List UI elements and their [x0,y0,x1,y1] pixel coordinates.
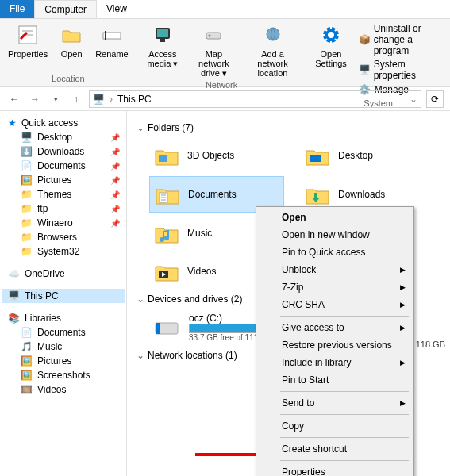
pin-icon: 📌 [110,148,120,156]
add-location-button[interactable]: Add a network location [243,21,303,80]
svg-point-7 [209,35,211,37]
folder-icon: 📁 [21,232,33,243]
sidebar-browsers-label: Browsers [37,232,77,243]
sidebar-lib-documents-label: Documents [37,327,86,338]
address-chevron-icon[interactable]: ⌄ [410,94,417,105]
folder-icon [303,141,332,170]
libraries-icon: 📚 [8,313,20,324]
map-drive-button[interactable]: Map network drive ▾ [187,21,241,80]
svg-rect-18 [156,323,160,334]
ctx-open-new-window[interactable]: Open in new window [258,226,412,244]
sidebar-themes[interactable]: 📁Themes📌 [2,187,125,202]
pc-icon: 🖥️ [93,94,105,105]
tab-view[interactable]: View [97,0,137,18]
folder-desktop[interactable]: Desktop [300,138,435,173]
ctx-include-library[interactable]: Include in library▶ [258,354,412,371]
open-button[interactable]: Open [54,21,89,74]
ctx-give-access-label: Give access to [282,322,344,333]
sidebar-ftp[interactable]: 📁ftp📌 [2,202,125,216]
documents-icon: 📄 [21,327,33,338]
ctx-7zip-label: 7-Zip [282,282,303,293]
svg-point-15 [164,236,169,240]
sidebar-pictures[interactable]: 🖼️Pictures📌 [2,173,125,187]
sidebar-this-pc[interactable]: 🖥️This PC [2,289,125,303]
submenu-arrow-icon: ▶ [400,324,406,332]
ctx-pin-start[interactable]: Pin to Start [258,371,412,389]
svg-point-8 [267,28,279,40]
ctx-properties[interactable]: Properties [258,463,412,476]
back-button[interactable]: ← [6,91,22,107]
rename-button[interactable]: Rename [90,21,133,74]
folder-icon [152,141,181,170]
folder-label: 3D Objects [187,150,234,161]
properties-button[interactable]: Properties [3,21,52,74]
folder-3dobjects[interactable]: 3D Objects [149,138,284,173]
ctx-create-shortcut[interactable]: Create shortcut [258,440,412,458]
submenu-arrow-icon: ▶ [400,301,406,309]
sidebar-lib-documents[interactable]: 📄Documents [2,325,125,340]
ctx-copy[interactable]: Copy [258,417,412,435]
rename-icon [99,22,125,48]
open-folder-icon [59,22,84,48]
sidebar-lib-pictures[interactable]: 🖼️Pictures [2,354,125,368]
ctx-open[interactable]: Open [258,209,412,226]
uninstall-label: Uninstall or change a program [374,23,442,56]
up-button[interactable]: ↑ [68,91,84,107]
tab-computer[interactable]: Computer [34,0,97,18]
chevron-down-icon: ⌄ [137,294,144,305]
tab-file[interactable]: File [0,0,34,18]
ctx-unblock[interactable]: Unblock▶ [258,261,412,278]
drive-icon [152,313,181,342]
ctx-pin-quick-access[interactable]: Pin to Quick access [258,244,412,261]
ctx-crc-label: CRC SHA [282,299,325,310]
media-icon [150,22,175,48]
sidebar-onedrive[interactable]: ☁️OneDrive [2,267,125,281]
documents-icon: 📄 [21,160,33,171]
sidebar-quick-access[interactable]: ★Quick access [2,116,125,130]
ctx-separator [280,391,409,392]
sidebar-themes-label: Themes [37,189,71,200]
sidebar-browsers[interactable]: 📁Browsers [2,230,125,244]
sidebar: ★Quick access 🖥️Desktop📌 ⬇️Downloads📌 📄D… [0,111,127,476]
svg-rect-4 [157,29,168,37]
system-properties-button[interactable]: 🖥️System properties [357,58,444,82]
desktop-icon: 🖥️ [21,132,33,143]
sidebar-libraries[interactable]: 📚Libraries [2,311,125,325]
sidebar-lib-videos-label: Videos [37,384,66,395]
sidebar-downloads[interactable]: ⬇️Downloads📌 [2,144,125,159]
sidebar-desktop[interactable]: 🖥️Desktop📌 [2,130,125,144]
sidebar-lib-videos[interactable]: 🎞️Videos [2,382,125,397]
address-box[interactable]: 🖥️ › This PC ⌄ [89,90,421,108]
sidebar-system32[interactable]: 📁System32 [2,244,125,259]
refresh-button[interactable]: ⟳ [426,90,444,108]
forward-button[interactable]: → [27,91,43,107]
open-settings-button[interactable]: Open Settings [310,21,352,98]
folder-icon [152,257,181,286]
ctx-give-access[interactable]: Give access to▶ [258,319,412,336]
open-settings-label: Open Settings [314,49,347,68]
add-location-label: Add a network location [248,49,298,78]
this-pc-icon: 🖥️ [8,290,20,301]
sidebar-lib-music[interactable]: 🎵Music [2,340,125,354]
pin-icon: 📌 [110,176,120,185]
svg-rect-5 [160,39,165,42]
ctx-7zip[interactable]: 7-Zip▶ [258,278,412,296]
uninstall-button[interactable]: 📦Uninstall or change a program [357,22,444,57]
ctx-crc-sha[interactable]: CRC SHA▶ [258,296,412,313]
sidebar-winaero[interactable]: 📁Winaero📌 [2,216,125,230]
folder-icon [303,180,332,209]
sidebar-documents[interactable]: 📄Documents📌 [2,159,125,173]
svg-rect-12 [310,155,321,162]
properties-label: Properties [8,49,48,59]
pictures-icon: 🖼️ [21,355,33,367]
sidebar-lib-screenshots[interactable]: 🖼️Screenshots [2,368,125,382]
svg-rect-11 [159,155,167,162]
access-media-button[interactable]: Access media ▾ [140,21,185,80]
ribbon-group-location: Properties Open Rename Location [0,19,137,86]
chevron-down-icon: ⌄ [137,122,144,133]
ctx-restore-versions[interactable]: Restore previous versions [258,336,412,354]
folders-section-header[interactable]: ⌄Folders (7) [137,122,447,133]
ctx-send-to[interactable]: Send to▶ [258,394,412,412]
onedrive-icon: ☁️ [8,268,20,279]
recent-dropdown[interactable]: ▾ [48,91,63,107]
